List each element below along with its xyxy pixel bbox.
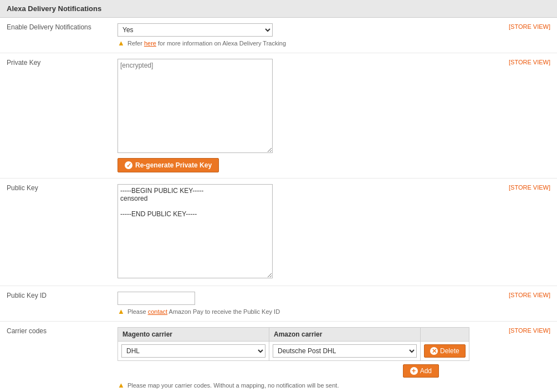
delete-label: Delete [440,347,459,355]
public-key-id-control: ▲ Please contact Amazon Pay to receive t… [111,286,476,322]
private-key-textarea[interactable] [117,59,273,153]
public-key-textarea[interactable]: -----BEGIN PUBLIC KEY----- censored ----… [117,184,273,278]
delete-circle-icon: ✕ [430,347,438,355]
private-key-control: ✓ Re-generate Private Key [111,53,476,179]
magento-carrier-select[interactable]: DHL FedEx UPS USPS [121,344,265,358]
public-key-label: Public Key [0,179,111,286]
add-circle-icon: + [410,367,418,375]
section-wrapper: Alexa Delivery Notifications Enable Deli… [0,0,557,392]
hint-prefix: Refer [127,40,144,47]
enable-delivery-label: Enable Delivery Notifications [0,18,111,53]
public-key-id-hint-icon: ▲ [117,307,125,315]
regenerate-label: Re-generate Private Key [135,161,212,169]
actions-col-header [421,328,469,342]
carrier-header-row: Magento carrier Amazon carrier [118,328,469,342]
public-key-id-contact-link[interactable]: contact [148,308,167,315]
carrier-codes-label: Carrier codes [0,322,111,393]
magento-carrier-cell: DHL FedEx UPS USPS [118,342,269,361]
public-key-id-input[interactable] [117,292,195,305]
enable-delivery-store-view: [STORE VIEW] [476,18,557,53]
amazon-carrier-col-header: Amazon carrier [269,328,421,342]
carrier-actions-cell: ✕ Delete [421,342,469,361]
hint-here-link[interactable]: here [144,40,156,47]
public-key-id-hint-suffix: Amazon Pay to receive the Public Key ID [167,308,280,315]
hint-suffix: for more information on Alexa Delivery T… [156,40,286,47]
public-key-id-hint: ▲ Please contact Amazon Pay to receive t… [117,307,469,315]
amazon-carrier-cell: Deutsche Post DHL FedEx UPS USPS [269,342,421,361]
add-carrier-button[interactable]: + Add [403,364,439,378]
carrier-codes-row: Carrier codes Magento carrier Amazon car… [0,322,557,393]
hint-icon: ▲ [117,39,125,47]
add-label: Add [420,367,432,375]
carrier-hint-icon: ▲ [117,381,125,389]
enable-delivery-control: Yes No ▲ Refer here for more information… [111,18,476,53]
carrier-codes-store-view: [STORE VIEW] [476,322,557,393]
carrier-codes-hint: ▲ Please map your carrier codes. Without… [117,381,469,389]
enable-delivery-hint: ▲ Refer here for more information on Ale… [117,39,469,47]
public-key-id-row: Public Key ID ▲ Please contact Amazon Pa… [0,286,557,322]
private-key-label: Private Key [0,53,111,179]
public-key-id-store-view: [STORE VIEW] [476,286,557,322]
private-key-store-view: [STORE VIEW] [476,53,557,179]
config-table: Enable Delivery Notifications Yes No ▲ R… [0,18,557,392]
enable-delivery-row: Enable Delivery Notifications Yes No ▲ R… [0,18,557,53]
regenerate-check-icon: ✓ [125,161,132,169]
add-carrier-wrapper: + Add [117,362,439,378]
carrier-hint-text: Please map your carrier codes. Without a… [127,382,339,389]
public-key-id-label: Public Key ID [0,286,111,322]
carrier-codes-control: Magento carrier Amazon carrier DHL FedEx [111,322,476,393]
public-key-store-view: [STORE VIEW] [476,179,557,286]
delete-carrier-button[interactable]: ✕ Delete [424,344,466,358]
section-title: Alexa Delivery Notifications [0,0,557,18]
amazon-carrier-select[interactable]: Deutsche Post DHL FedEx UPS USPS [273,344,417,358]
public-key-control: -----BEGIN PUBLIC KEY----- censored ----… [111,179,476,286]
carrier-codes-table: Magento carrier Amazon carrier DHL FedEx [117,327,469,361]
enable-delivery-select[interactable]: Yes No [117,23,273,37]
public-key-row: Public Key -----BEGIN PUBLIC KEY----- ce… [0,179,557,286]
private-key-row: Private Key ✓ Re-generate Private Key [S… [0,53,557,179]
carrier-row: DHL FedEx UPS USPS Deutsche Post DHL Fed… [118,342,469,361]
magento-carrier-col-header: Magento carrier [118,328,269,342]
public-key-id-hint-prefix: Please [127,308,148,315]
regenerate-private-key-button[interactable]: ✓ Re-generate Private Key [117,158,219,172]
